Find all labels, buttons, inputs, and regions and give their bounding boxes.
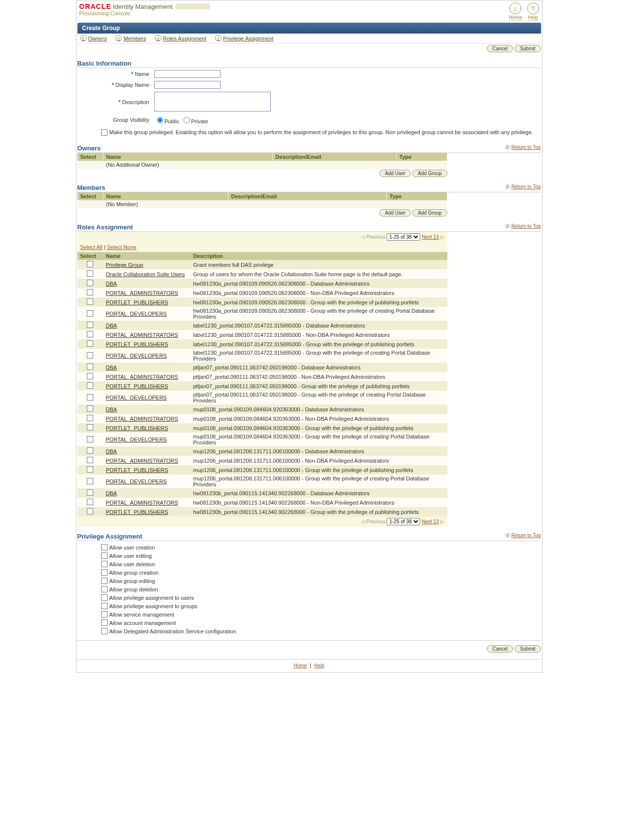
role-checkbox[interactable]: [87, 289, 93, 295]
role-name-link[interactable]: DBA: [106, 406, 117, 412]
privilege-checkbox[interactable]: [101, 544, 108, 550]
role-name-link[interactable]: PORTLET_PUBLISHERS: [106, 299, 168, 305]
privilege-checkbox[interactable]: [101, 586, 108, 592]
role-checkbox[interactable]: [87, 382, 93, 389]
privilege-checkbox[interactable]: [101, 561, 108, 567]
role-checkbox[interactable]: [87, 310, 93, 317]
pager-next-bottom[interactable]: Next 13: [422, 519, 438, 524]
role-checkbox[interactable]: [87, 415, 93, 421]
visibility-public-radio[interactable]: [157, 117, 163, 123]
role-name-link[interactable]: DBA: [106, 323, 117, 329]
role-checkbox[interactable]: [87, 322, 93, 328]
select-none-link[interactable]: Select None: [107, 244, 137, 250]
role-name-link[interactable]: Oracle Collaboration Suite Users: [106, 271, 185, 277]
role-name-link[interactable]: PORTLET_PUBLISHERS: [106, 509, 168, 515]
role-checkbox[interactable]: [87, 373, 93, 379]
role-name-link[interactable]: PORTAL_ADMINISTRATORS: [106, 500, 179, 506]
role-checkbox[interactable]: [87, 466, 93, 473]
owners-add-group-button[interactable]: Add Group: [412, 170, 447, 177]
role-checkbox[interactable]: [87, 405, 93, 412]
privilege-item[interactable]: Allow account management: [101, 619, 541, 627]
role-checkbox[interactable]: [87, 298, 93, 305]
header-home-link[interactable]: ⌂ Home: [509, 2, 522, 21]
role-name-link[interactable]: Privilege Group: [106, 262, 144, 268]
role-name-link[interactable]: PORTAL_DEVELOPERS: [106, 353, 167, 359]
privilege-checkbox[interactable]: [101, 594, 108, 601]
role-name-link[interactable]: PORTAL_DEVELOPERS: [106, 478, 167, 484]
role-checkbox[interactable]: [87, 424, 93, 431]
privilege-checkbox[interactable]: [101, 611, 108, 618]
role-name-link[interactable]: PORTLET_PUBLISHERS: [106, 341, 168, 347]
privilege-checkbox[interactable]: [101, 578, 108, 584]
role-name-link[interactable]: PORTAL_ADMINISTRATORS: [106, 416, 179, 422]
privilege-item[interactable]: Allow privilege assignment to groups: [101, 602, 541, 610]
role-checkbox[interactable]: [87, 261, 93, 267]
privilege-checkbox[interactable]: [101, 552, 108, 559]
privileges-return-top[interactable]: Return to Top: [511, 533, 541, 538]
role-checkbox[interactable]: [87, 478, 93, 484]
role-checkbox[interactable]: [87, 352, 93, 359]
privilege-checkbox[interactable]: [101, 628, 108, 634]
role-name-link[interactable]: PORTAL_DEVELOPERS: [106, 311, 167, 317]
role-name-link[interactable]: PORTAL_ADMINISTRATORS: [106, 290, 179, 296]
cancel-button[interactable]: Cancel: [487, 45, 513, 52]
footer-help-link[interactable]: Help: [314, 663, 325, 668]
visibility-private[interactable]: Private: [181, 118, 208, 124]
role-checkbox[interactable]: [87, 340, 93, 347]
members-return-top[interactable]: Return to Top: [511, 184, 541, 189]
visibility-private-radio[interactable]: [183, 117, 190, 123]
role-name-link[interactable]: PORTAL_ADMINISTRATORS: [106, 374, 179, 380]
select-all-link[interactable]: Select All: [80, 244, 103, 250]
privilege-item[interactable]: Allow user editing: [101, 551, 541, 560]
privilege-item[interactable]: Allow group editing: [101, 577, 541, 585]
role-checkbox[interactable]: [87, 489, 93, 496]
role-name-link[interactable]: PORTLET_PUBLISHERS: [106, 467, 168, 473]
role-checkbox[interactable]: [87, 457, 93, 463]
role-checkbox[interactable]: [87, 508, 93, 514]
role-checkbox[interactable]: [87, 280, 93, 286]
privilege-item[interactable]: Allow user deletion: [101, 560, 541, 568]
privilege-item[interactable]: Allow service management: [101, 610, 541, 619]
members-add-user-button[interactable]: Add User: [379, 209, 411, 217]
owners-return-top[interactable]: Return to Top: [511, 145, 541, 150]
roles-return-top[interactable]: Return to Top: [511, 223, 541, 229]
role-checkbox[interactable]: [87, 394, 93, 401]
role-checkbox[interactable]: [87, 331, 93, 337]
privilege-checkbox[interactable]: [101, 603, 108, 609]
footer-home-link[interactable]: Home: [293, 663, 307, 668]
header-help-link[interactable]: ? Help: [527, 2, 539, 21]
nav-link-roles-assignment[interactable]: ✔Roles Assignment: [155, 35, 206, 41]
nav-link-members[interactable]: ✔Members: [115, 35, 146, 41]
privilege-item[interactable]: Allow group deletion: [101, 585, 541, 593]
role-name-link[interactable]: DBA: [106, 365, 117, 370]
privilege-item[interactable]: Allow group creation: [101, 568, 541, 577]
role-checkbox[interactable]: [87, 499, 93, 505]
role-name-link[interactable]: PORTAL_ADMINISTRATORS: [106, 458, 179, 464]
role-name-link[interactable]: DBA: [106, 448, 117, 454]
role-name-link[interactable]: PORTAL_ADMINISTRATORS: [106, 332, 179, 338]
privilege-item[interactable]: Allow privilege assignment to users: [101, 593, 541, 602]
submit-button-bottom[interactable]: Submit: [514, 645, 541, 653]
submit-button[interactable]: Submit: [514, 45, 541, 52]
nav-link-owners[interactable]: ✔Owners: [80, 35, 107, 41]
privilege-item[interactable]: Allow Delegated Administration Service c…: [101, 627, 541, 635]
display-name-input[interactable]: [154, 81, 220, 89]
privilege-item[interactable]: Allow user creation: [101, 543, 541, 551]
role-name-link[interactable]: PORTLET_PUBLISHERS: [106, 383, 168, 389]
nav-link-privilege-assignment[interactable]: ✔Privilege Assignment: [215, 35, 273, 41]
role-name-link[interactable]: DBA: [106, 490, 117, 496]
role-checkbox[interactable]: [87, 447, 93, 454]
owners-add-user-button[interactable]: Add User: [379, 170, 411, 177]
members-add-group-button[interactable]: Add Group: [412, 209, 447, 217]
role-name-link[interactable]: PORTAL_DEVELOPERS: [106, 437, 167, 442]
role-checkbox[interactable]: [87, 364, 93, 370]
privilege-checkbox[interactable]: [101, 620, 108, 626]
visibility-public[interactable]: Public: [154, 118, 180, 124]
role-checkbox[interactable]: [87, 270, 93, 277]
role-name-link[interactable]: DBA: [106, 281, 117, 287]
make-privileged[interactable]: Make this group privileged. Enabling thi…: [101, 129, 541, 136]
role-name-link[interactable]: PORTLET_PUBLISHERS: [106, 425, 168, 431]
pager-range-top[interactable]: 1-25 of 38: [387, 233, 420, 241]
name-input[interactable]: [154, 70, 220, 78]
pager-range-bottom[interactable]: 1-25 of 38: [387, 518, 420, 525]
